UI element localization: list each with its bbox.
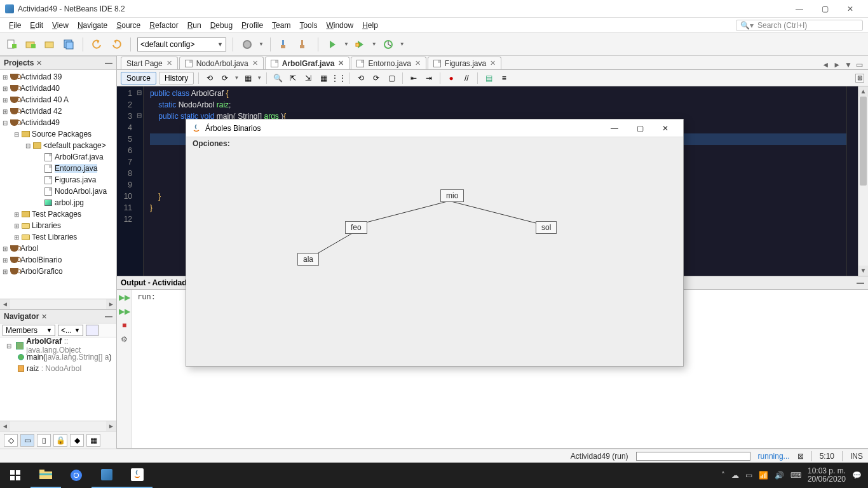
editor-icon[interactable]: ⟳: [219, 72, 231, 84]
clean-build-button[interactable]: [277, 37, 292, 52]
projects-tree[interactable]: ⊞Actividad 39 ⊞Actividad40 ⊞Actividad 40…: [0, 70, 116, 278]
editor-icon[interactable]: ≡: [498, 72, 510, 84]
project-node[interactable]: Actividad40: [20, 84, 60, 93]
output-run-icon[interactable]: ▶▶: [119, 292, 130, 302]
output-rerun-icon[interactable]: ▶▶: [119, 306, 130, 316]
editor-icon[interactable]: ⟲: [203, 72, 216, 84]
tray-chevron-icon[interactable]: ˄: [721, 471, 725, 480]
profile-button[interactable]: [381, 37, 396, 52]
nav-filter-5[interactable]: ◆: [70, 434, 84, 447]
run-button[interactable]: [325, 37, 340, 52]
project-node[interactable]: ArbolBinario: [20, 255, 62, 264]
window-maximize-button[interactable]: ▢: [812, 0, 837, 18]
editor-icon[interactable]: 🔍: [271, 72, 284, 84]
file-node[interactable]: NodoArbol.java: [55, 187, 107, 196]
editor-vscroll[interactable]: ▲▼: [858, 86, 868, 276]
nav-filter-4[interactable]: 🔒: [53, 434, 67, 447]
file-node[interactable]: Figuras.java: [55, 175, 96, 184]
editor-icon[interactable]: ▦: [317, 72, 330, 84]
debug-button[interactable]: [353, 37, 368, 52]
projects-close-icon[interactable]: ✕: [36, 59, 42, 67]
window-close-button[interactable]: ✕: [837, 0, 863, 18]
source-view-button[interactable]: Source: [121, 72, 156, 85]
tab-figuras[interactable]: Figuras.java✕: [428, 57, 501, 69]
editor-icon[interactable]: ▤: [482, 72, 495, 84]
build-button[interactable]: [240, 37, 255, 52]
tray-notifications-icon[interactable]: 💬: [852, 471, 862, 480]
tray-volume-icon[interactable]: 🔊: [775, 471, 784, 480]
tray-wifi-icon[interactable]: 📶: [759, 471, 768, 480]
fold-gutter[interactable]: ⊟⊟: [135, 86, 144, 276]
editor-icon[interactable]: ⇲: [302, 72, 315, 84]
nav-filter-3[interactable]: ▯: [37, 434, 51, 447]
file-node[interactable]: ArbolGraf.java: [55, 152, 104, 161]
menu-window[interactable]: Window: [322, 19, 357, 32]
tray-battery-icon[interactable]: ▭: [745, 471, 752, 480]
project-node[interactable]: Actividad 42: [20, 107, 62, 116]
editor-icon[interactable]: ⇤: [407, 72, 420, 84]
config-combo[interactable]: <default config> ▼: [137, 37, 226, 51]
test-packages-node[interactable]: Test Packages: [32, 210, 81, 219]
editor-icon[interactable]: ⋮⋮: [332, 72, 345, 84]
taskbar-java[interactable]: [122, 463, 153, 488]
source-packages-node[interactable]: Source Packages: [32, 130, 92, 139]
menu-debug[interactable]: Debug: [207, 19, 236, 32]
tab-start-page[interactable]: Start Page✕: [121, 57, 178, 69]
editor-icon[interactable]: ▢: [385, 72, 398, 84]
members-combo[interactable]: Members▼: [3, 325, 55, 336]
tab-entorno[interactable]: Entorno.java✕: [351, 57, 426, 69]
redo-button[interactable]: [109, 37, 124, 52]
java-menu[interactable]: Opciones:: [186, 137, 683, 150]
clean-button[interactable]: [296, 37, 311, 52]
editor-split-icon[interactable]: ⊞: [855, 74, 864, 83]
menu-team[interactable]: Team: [268, 19, 294, 32]
default-package-node[interactable]: <default package>: [43, 141, 106, 150]
undo-button[interactable]: [90, 37, 105, 52]
file-node-selected[interactable]: Entorno.java: [55, 164, 97, 173]
editor-icon[interactable]: //: [460, 72, 473, 84]
nav-view-icon[interactable]: [86, 325, 98, 336]
tabs-next-icon[interactable]: ►: [833, 60, 841, 69]
tabs-max-icon[interactable]: ▭: [856, 60, 863, 69]
tabs-menu-icon[interactable]: ▼: [844, 60, 852, 69]
menu-tools[interactable]: Tools: [295, 19, 321, 32]
project-node[interactable]: Arbol: [20, 244, 38, 253]
tray-lang-icon[interactable]: ⌨: [790, 471, 801, 480]
menu-source[interactable]: Source: [112, 19, 144, 32]
editor-icon[interactable]: ▦: [241, 72, 254, 84]
close-icon[interactable]: ✕: [338, 59, 344, 67]
close-icon[interactable]: ✕: [166, 59, 172, 67]
history-view-button[interactable]: History: [159, 72, 194, 85]
java-minimize-button[interactable]: —: [602, 119, 627, 137]
tray-clock[interactable]: 10:03 p. m. 20/06/2020: [808, 467, 846, 484]
editor-icon[interactable]: ⇱: [287, 72, 299, 84]
tray-onedrive-icon[interactable]: ☁: [731, 471, 739, 480]
nav-filter-2[interactable]: ▭: [20, 434, 34, 447]
close-icon[interactable]: ✕: [415, 59, 421, 67]
menu-file[interactable]: File: [5, 19, 25, 32]
menu-help[interactable]: Help: [358, 19, 382, 32]
project-node[interactable]: ArbolGrafico: [20, 267, 63, 276]
taskbar-chrome[interactable]: [61, 463, 92, 488]
java-titlebar[interactable]: Árboles Binarios — ▢ ✕: [186, 119, 683, 137]
project-node-open[interactable]: Actividad49: [20, 118, 60, 127]
new-project-button[interactable]: [23, 37, 38, 52]
tab-nodoarbol[interactable]: NodoArbol.java✕: [179, 57, 264, 69]
search-box[interactable]: 🔍▾ Search (Ctrl+I): [736, 20, 863, 31]
open-project-button[interactable]: [42, 37, 57, 52]
menu-navigate[interactable]: Navigate: [74, 19, 111, 32]
project-node[interactable]: Actividad 39: [20, 72, 62, 81]
navigator-tree[interactable]: ⊟ArbolGraf :: java.lang.Object main(java…: [0, 337, 116, 421]
navigator-hscroll[interactable]: ◄►: [0, 421, 116, 431]
menu-edit[interactable]: Edit: [26, 19, 47, 32]
projects-hscroll[interactable]: ◄►: [0, 299, 116, 309]
java-maximize-button[interactable]: ▢: [627, 119, 653, 137]
save-all-button[interactable]: [61, 37, 76, 52]
start-button[interactable]: [0, 463, 31, 488]
libraries-node[interactable]: Libraries: [32, 221, 61, 230]
editor-icon[interactable]: ⇥: [423, 72, 435, 84]
close-icon[interactable]: ✕: [490, 59, 496, 67]
nav-filter-6[interactable]: ▦: [86, 434, 100, 447]
file-node[interactable]: arbol.jpg: [55, 198, 84, 207]
progress-cancel-icon[interactable]: ⊠: [797, 452, 804, 461]
